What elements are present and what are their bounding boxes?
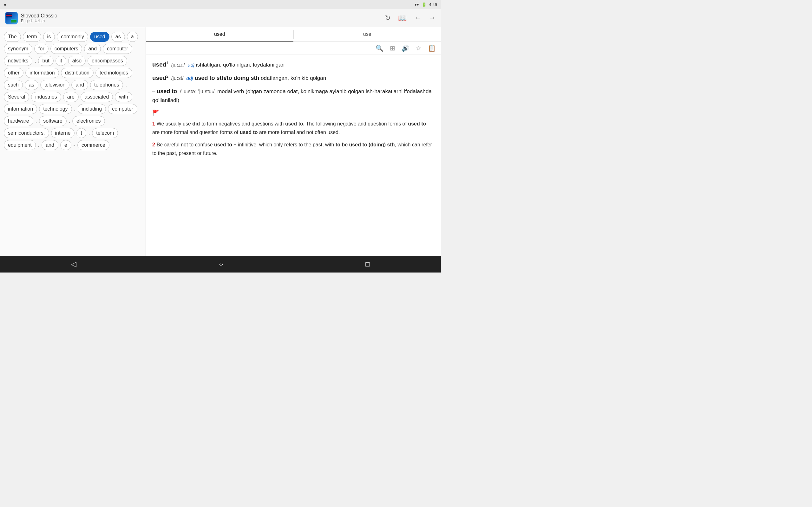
entry-toolbar: 🔍 ⊞ 🔊 ☆ 📋: [146, 42, 441, 55]
entry3-phrase: used to: [157, 88, 177, 95]
app-name: Slovoed Classic: [21, 13, 57, 19]
word-tag[interactable]: is: [43, 32, 55, 42]
main-content: Thetermiscommonlyusedasasynonymforcomput…: [0, 27, 441, 256]
entry2-super: 2: [166, 74, 168, 79]
word-tag[interactable]: including: [78, 104, 106, 114]
word-tag[interactable]: associated: [81, 92, 113, 102]
word-tag[interactable]: telecom: [92, 128, 118, 138]
entry1-super: 1: [166, 61, 168, 65]
word-tag[interactable]: t: [77, 128, 86, 138]
nav-recent-button[interactable]: □: [365, 260, 369, 268]
tag-separator: -: [73, 140, 75, 150]
tag-separator: ,: [88, 128, 90, 138]
word-tag[interactable]: commonly: [57, 32, 88, 42]
word-tag[interactable]: such: [4, 80, 23, 90]
word-tag[interactable]: Several: [4, 92, 29, 102]
flag-english: [6, 14, 12, 17]
word-tag[interactable]: and: [84, 44, 101, 54]
right-panel: used use 🔍 ⊞ 🔊 ☆ 📋 used1 /juːzd/ adj ish…: [146, 27, 441, 256]
tag-separator: ,: [38, 140, 40, 150]
word-tag[interactable]: other: [4, 68, 23, 78]
status-bar-left: ●: [4, 2, 6, 7]
word-tag[interactable]: as: [111, 32, 125, 42]
word-tag[interactable]: computer: [108, 104, 137, 114]
word-tag[interactable]: are: [63, 92, 79, 102]
left-panel: Thetermiscommonlyusedasasynonymforcomput…: [0, 27, 146, 256]
word-tag[interactable]: networks: [4, 56, 32, 66]
word-tag[interactable]: equipment: [4, 140, 36, 150]
clip-toolbar-icon[interactable]: 📋: [428, 44, 436, 52]
word-tag[interactable]: telephones: [90, 80, 123, 90]
entry3-pronunciation: /ˈjuːstə; ˈjuːstuː/: [180, 89, 214, 94]
word-tag[interactable]: software: [39, 116, 66, 126]
tab-use[interactable]: use: [294, 27, 441, 42]
word-tag[interactable]: technologies: [96, 68, 132, 78]
app-header-right: ↻ 📖 ← →: [385, 14, 436, 22]
star-toolbar-icon[interactable]: ☆: [416, 44, 421, 52]
word-tag[interactable]: industries: [31, 92, 61, 102]
word-tag[interactable]: also: [68, 56, 86, 66]
search-toolbar-icon[interactable]: 🔍: [375, 44, 384, 52]
word-tag[interactable]: television: [40, 80, 70, 90]
app-icon: [5, 12, 18, 24]
nav-home-button[interactable]: ○: [219, 260, 223, 268]
word-tag[interactable]: computers: [50, 44, 83, 54]
entry2-pos: adj: [186, 75, 193, 81]
word-tag[interactable]: and: [42, 140, 58, 150]
flag-uzbek: [11, 19, 16, 22]
entry1-headword: used: [152, 61, 166, 68]
word-tags: Thetermiscommonlyusedasasynonymforcomput…: [4, 32, 142, 150]
entry1-definition: ishlatilgan, qo'llanilgan, foydalanilgan: [196, 62, 285, 68]
word-tag[interactable]: term: [23, 32, 41, 42]
word-tag[interactable]: for: [34, 44, 49, 54]
word-tag[interactable]: commerce: [78, 140, 109, 150]
tab-used[interactable]: used: [146, 27, 293, 42]
forward-icon[interactable]: →: [429, 14, 436, 22]
note1-text: We usually use did to form negatives and…: [152, 121, 426, 135]
bottom-nav: ◁ ○ □: [0, 256, 441, 273]
app-icon-inner: [6, 12, 17, 24]
word-tag[interactable]: used: [90, 32, 109, 42]
word-tag[interactable]: with: [115, 92, 132, 102]
word-tag[interactable]: information: [26, 68, 59, 78]
word-tag[interactable]: hardware: [4, 116, 33, 126]
tag-separator: .: [125, 80, 127, 90]
word-tag[interactable]: encompasses: [88, 56, 127, 66]
word-tag[interactable]: technology: [39, 104, 72, 114]
word-tag[interactable]: and: [71, 80, 88, 90]
note2-num: 2: [152, 142, 155, 147]
sound-toolbar-icon[interactable]: 🔊: [402, 44, 409, 52]
nav-back-button[interactable]: ◁: [71, 260, 77, 268]
word-tag[interactable]: but: [38, 56, 53, 66]
word-tag[interactable]: it: [55, 56, 66, 66]
entry1-pronunciation: /juːzd/: [171, 62, 185, 67]
word-tag[interactable]: a: [127, 32, 138, 42]
tag-separator: ,: [74, 104, 76, 114]
word-tag[interactable]: information: [4, 104, 37, 114]
word-tag[interactable]: computer: [103, 44, 132, 54]
marker-flag-icon: 🚩: [152, 110, 159, 116]
word-tag[interactable]: as: [25, 80, 38, 90]
entry-1: used1 /juːzd/ adj ishlatilgan, qo'llanil…: [152, 60, 435, 69]
word-tag[interactable]: semiconductors,: [4, 128, 49, 138]
entry2-phrase: used to sth/to doing sth: [194, 75, 259, 81]
clock: 4:49: [429, 2, 437, 7]
word-tag[interactable]: e: [60, 140, 71, 150]
table-toolbar-icon[interactable]: ⊞: [390, 44, 395, 52]
app-subtitle: English-Uzbek: [21, 19, 57, 23]
word-tag[interactable]: The: [4, 32, 21, 42]
refresh-icon[interactable]: ↻: [385, 14, 391, 22]
back-icon[interactable]: ←: [414, 14, 421, 22]
word-tag[interactable]: distribution: [61, 68, 94, 78]
word-tag[interactable]: synonym: [4, 44, 32, 54]
tabs: used use: [146, 27, 441, 42]
word-tag[interactable]: electronics: [72, 116, 105, 126]
tag-separator: ,: [35, 116, 37, 126]
book-icon[interactable]: 📖: [398, 14, 407, 22]
tag-separator: ,: [34, 56, 36, 66]
tab-used-label: used: [214, 32, 225, 37]
note2-text: Be careful not to confuse used to + infi…: [152, 142, 432, 156]
word-tag[interactable]: interne: [51, 128, 75, 138]
entry2-pronunciation: /juːst/: [171, 75, 184, 81]
app-header: Slovoed Classic English-Uzbek ↻ 📖 ← →: [0, 9, 441, 27]
